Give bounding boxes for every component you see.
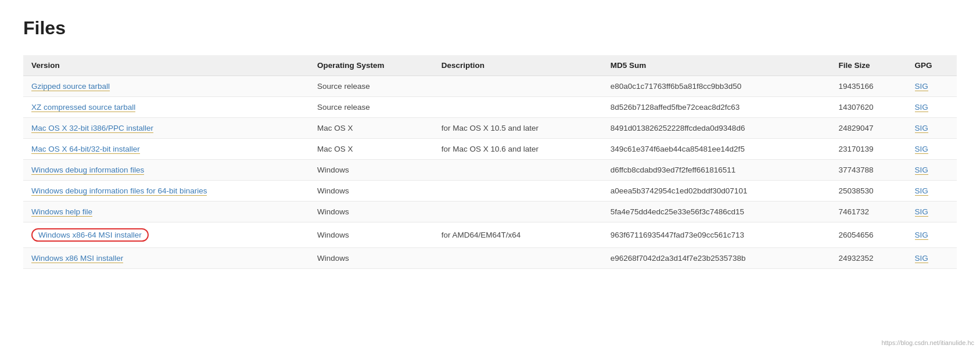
gpg-cell[interactable]: SIG bbox=[907, 76, 957, 97]
sig-link[interactable]: SIG bbox=[915, 207, 928, 217]
version-link[interactable]: Windows help file bbox=[31, 207, 92, 217]
col-gpg: GPG bbox=[907, 55, 957, 76]
description-cell bbox=[433, 202, 602, 222]
filesize-cell: 23170139 bbox=[830, 139, 906, 160]
description-cell bbox=[433, 248, 602, 269]
gpg-cell[interactable]: SIG bbox=[907, 118, 957, 139]
md5-cell: 5fa4e75dd4edc25e33e56f3c7486cd15 bbox=[602, 202, 831, 222]
version-cell[interactable]: Windows help file bbox=[23, 202, 309, 222]
version-link[interactable]: Windows x86-64 MSI installer bbox=[31, 228, 149, 242]
os-cell: Mac OS X bbox=[309, 139, 433, 160]
sig-link[interactable]: SIG bbox=[915, 103, 928, 112]
gpg-cell[interactable]: SIG bbox=[907, 139, 957, 160]
col-version: Version bbox=[23, 55, 309, 76]
sig-link[interactable]: SIG bbox=[915, 82, 928, 91]
description-cell: for Mac OS X 10.6 and later bbox=[433, 139, 602, 160]
table-row: Gzipped source tarballSource releasee80a… bbox=[23, 76, 957, 97]
table-row: Windows debug information filesWindowsd6… bbox=[23, 160, 957, 181]
version-link[interactable]: Mac OS X 32-bit i386/PPC installer bbox=[31, 124, 153, 133]
md5-cell: 349c61e374f6aeb44ca85481ee14d2f5 bbox=[602, 139, 831, 160]
col-os: Operating System bbox=[309, 55, 433, 76]
filesize-cell: 24932352 bbox=[830, 248, 906, 269]
version-link[interactable]: Windows x86 MSI installer bbox=[31, 254, 123, 263]
col-filesize: File Size bbox=[830, 55, 906, 76]
description-cell bbox=[433, 160, 602, 181]
col-description: Description bbox=[433, 55, 602, 76]
table-row: XZ compressed source tarballSource relea… bbox=[23, 97, 957, 118]
os-cell: Windows bbox=[309, 160, 433, 181]
col-md5: MD5 Sum bbox=[602, 55, 831, 76]
page-title: Files bbox=[23, 17, 957, 39]
sig-link[interactable]: SIG bbox=[915, 124, 928, 133]
gpg-cell[interactable]: SIG bbox=[907, 222, 957, 248]
sig-link[interactable]: SIG bbox=[915, 145, 928, 154]
table-header: Version Operating System Description MD5… bbox=[23, 55, 957, 76]
filesize-cell: 24829047 bbox=[830, 118, 906, 139]
filesize-cell: 14307620 bbox=[830, 97, 906, 118]
md5-cell: e80a0c1c71763ff6b5a81f8cc9bb3d50 bbox=[602, 76, 831, 97]
table-row: Windows help fileWindows5fa4e75dd4edc25e… bbox=[23, 202, 957, 222]
description-cell bbox=[433, 76, 602, 97]
version-link[interactable]: Windows debug information files for 64-b… bbox=[31, 186, 207, 196]
version-cell[interactable]: Windows x86-64 MSI installer bbox=[23, 222, 309, 248]
md5-cell: a0eea5b3742954c1ed02bddf30d07101 bbox=[602, 181, 831, 202]
filesize-cell: 26054656 bbox=[830, 222, 906, 248]
os-cell: Source release bbox=[309, 76, 433, 97]
gpg-cell[interactable]: SIG bbox=[907, 202, 957, 222]
os-cell: Windows bbox=[309, 181, 433, 202]
os-cell: Source release bbox=[309, 97, 433, 118]
filesize-cell: 25038530 bbox=[830, 181, 906, 202]
sig-link[interactable]: SIG bbox=[915, 254, 928, 263]
table-row: Windows x86-64 MSI installerWindowsfor A… bbox=[23, 222, 957, 248]
os-cell: Windows bbox=[309, 248, 433, 269]
table-row: Mac OS X 32-bit i386/PPC installerMac OS… bbox=[23, 118, 957, 139]
version-cell[interactable]: Mac OS X 32-bit i386/PPC installer bbox=[23, 118, 309, 139]
filesize-cell: 19435166 bbox=[830, 76, 906, 97]
md5-cell: 963f67116935447fad73e09cc561c713 bbox=[602, 222, 831, 248]
filesize-cell: 7461732 bbox=[830, 202, 906, 222]
os-cell: Mac OS X bbox=[309, 118, 433, 139]
md5-cell: d6ffcb8cdabd93ed7f2feff661816511 bbox=[602, 160, 831, 181]
table-row: Windows x86 MSI installerWindowse96268f7… bbox=[23, 248, 957, 269]
md5-cell: 8491d013826252228ffcdeda0d9348d6 bbox=[602, 118, 831, 139]
os-cell: Windows bbox=[309, 202, 433, 222]
version-cell[interactable]: Windows debug information files for 64-b… bbox=[23, 181, 309, 202]
gpg-cell[interactable]: SIG bbox=[907, 97, 957, 118]
version-cell[interactable]: Windows debug information files bbox=[23, 160, 309, 181]
version-link[interactable]: Windows debug information files bbox=[31, 166, 144, 175]
filesize-cell: 37743788 bbox=[830, 160, 906, 181]
sig-link[interactable]: SIG bbox=[915, 231, 928, 240]
md5-cell: e96268f7042d2a3d14f7e23b2535738b bbox=[602, 248, 831, 269]
version-link[interactable]: Gzipped source tarball bbox=[31, 82, 110, 91]
md5-cell: 8d526b7128affed5fbe72ceac8d2fc63 bbox=[602, 97, 831, 118]
description-cell: for Mac OS X 10.5 and later bbox=[433, 118, 602, 139]
table-body: Gzipped source tarballSource releasee80a… bbox=[23, 76, 957, 269]
gpg-cell[interactable]: SIG bbox=[907, 248, 957, 269]
gpg-cell[interactable]: SIG bbox=[907, 181, 957, 202]
version-cell[interactable]: Gzipped source tarball bbox=[23, 76, 309, 97]
description-cell bbox=[433, 181, 602, 202]
version-link[interactable]: XZ compressed source tarball bbox=[31, 103, 135, 112]
files-table: Version Operating System Description MD5… bbox=[23, 55, 957, 269]
sig-link[interactable]: SIG bbox=[915, 186, 928, 196]
sig-link[interactable]: SIG bbox=[915, 166, 928, 175]
version-cell[interactable]: Windows x86 MSI installer bbox=[23, 248, 309, 269]
os-cell: Windows bbox=[309, 222, 433, 248]
version-link[interactable]: Mac OS X 64-bit/32-bit installer bbox=[31, 145, 140, 154]
description-cell: for AMD64/EM64T/x64 bbox=[433, 222, 602, 248]
table-row: Mac OS X 64-bit/32-bit installerMac OS X… bbox=[23, 139, 957, 160]
version-cell[interactable]: XZ compressed source tarball bbox=[23, 97, 309, 118]
gpg-cell[interactable]: SIG bbox=[907, 160, 957, 181]
version-cell[interactable]: Mac OS X 64-bit/32-bit installer bbox=[23, 139, 309, 160]
description-cell bbox=[433, 97, 602, 118]
table-row: Windows debug information files for 64-b… bbox=[23, 181, 957, 202]
